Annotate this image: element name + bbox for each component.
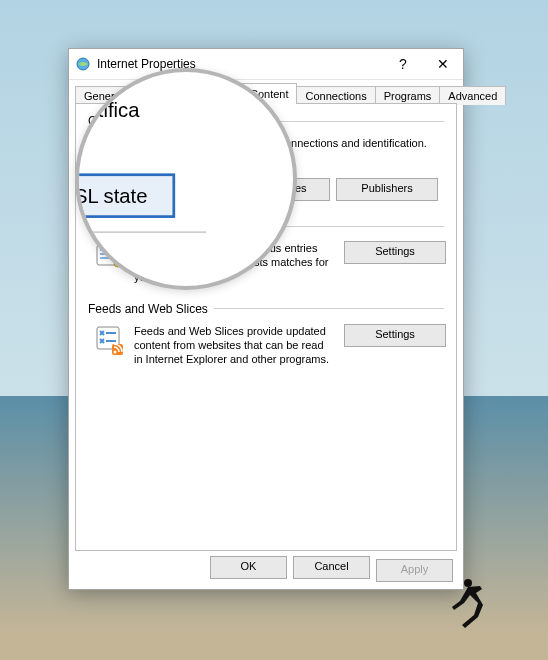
apply-button[interactable]: Apply xyxy=(376,559,453,582)
zoom-clear-ssl-button: Clear SSL state xyxy=(75,173,174,218)
svg-rect-11 xyxy=(106,340,116,342)
svg-rect-10 xyxy=(106,332,116,334)
magnifier-overlay: Content Use certifica Clear SSL state Co… xyxy=(75,68,297,290)
feeds-settings-button[interactable]: Settings xyxy=(344,324,446,347)
cancel-button[interactable]: Cancel xyxy=(293,556,370,579)
divider xyxy=(214,308,444,309)
feeds-icon xyxy=(94,324,126,356)
svg-point-0 xyxy=(464,579,472,587)
feeds-desc: Feeds and Web Slices provide updated con… xyxy=(134,324,338,367)
internet-options-icon xyxy=(75,56,91,72)
ok-button[interactable]: OK xyxy=(210,556,287,579)
dialog-footer: OK Cancel Apply xyxy=(69,551,463,589)
feeds-heading: Feeds and Web Slices xyxy=(88,302,208,316)
feeds-section: Feeds and Web Slices Feeds and Web Slice… xyxy=(88,302,444,367)
autocomplete-settings-button[interactable]: Settings xyxy=(344,241,446,264)
close-button[interactable]: ✕ xyxy=(423,49,463,79)
svg-point-13 xyxy=(114,350,117,353)
help-button[interactable]: ? xyxy=(383,49,423,79)
zoom-divider xyxy=(75,231,206,232)
publishers-button[interactable]: Publishers xyxy=(336,178,438,201)
titlebar: Internet Properties ? ✕ xyxy=(69,49,463,80)
